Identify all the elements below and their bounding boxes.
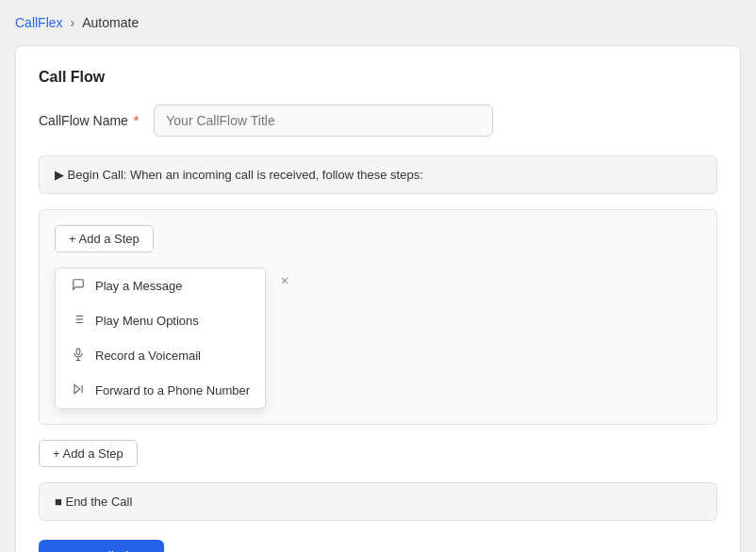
save-call-flow-button[interactable]: Save Call Flow — [39, 540, 164, 552]
dropdown-item-forward[interactable]: Forward to a Phone Number — [56, 373, 265, 408]
svg-marker-9 — [74, 384, 80, 393]
card-title: Call Flow — [39, 69, 717, 86]
flow-inner: + Add a Step Play a Message — [55, 225, 701, 409]
breadcrumb-parent[interactable]: CallFlex — [15, 15, 63, 30]
chat-icon — [71, 278, 86, 294]
close-dropdown-button[interactable]: × — [277, 271, 292, 290]
play-message-label: Play a Message — [95, 279, 183, 293]
callflow-name-input[interactable] — [154, 105, 493, 137]
dropdown-item-record-voicemail[interactable]: Record a Voicemail — [56, 338, 265, 373]
dropdown-item-play-menu[interactable]: Play Menu Options — [56, 303, 265, 338]
begin-call-text: ▶ Begin Call: When an incoming call is r… — [55, 168, 423, 182]
callflow-name-row: CallFlow Name * — [39, 105, 717, 137]
breadcrumb: CallFlex › Automate — [15, 15, 741, 30]
menu-icon — [71, 313, 86, 329]
end-call-bar: ■ End the Call — [39, 482, 717, 521]
svg-rect-6 — [76, 349, 80, 354]
begin-call-bar: ▶ Begin Call: When an incoming call is r… — [39, 155, 717, 194]
forward-label: Forward to a Phone Number — [95, 383, 250, 398]
end-call-text: ■ End the Call — [55, 495, 132, 509]
main-card: Call Flow CallFlow Name * ▶ Begin Call: … — [15, 45, 741, 552]
mic-icon — [71, 348, 86, 364]
add-step-button-bottom[interactable]: + Add a Step — [39, 440, 138, 467]
dropdown-area: Play a Message Play Menu Options — [55, 268, 701, 409]
flow-area: + Add a Step Play a Message — [39, 209, 717, 425]
required-indicator: * — [130, 113, 139, 128]
step-dropdown-menu: Play a Message Play Menu Options — [55, 268, 266, 409]
forward-icon — [71, 382, 86, 398]
dropdown-item-play-message[interactable]: Play a Message — [56, 268, 265, 303]
play-menu-label: Play Menu Options — [95, 314, 199, 328]
breadcrumb-current: Automate — [82, 15, 139, 30]
record-voicemail-label: Record a Voicemail — [95, 349, 201, 363]
callflow-name-label: CallFlow Name * — [39, 113, 139, 128]
add-step-button-top[interactable]: + Add a Step — [55, 225, 154, 252]
breadcrumb-separator: › — [71, 15, 75, 30]
